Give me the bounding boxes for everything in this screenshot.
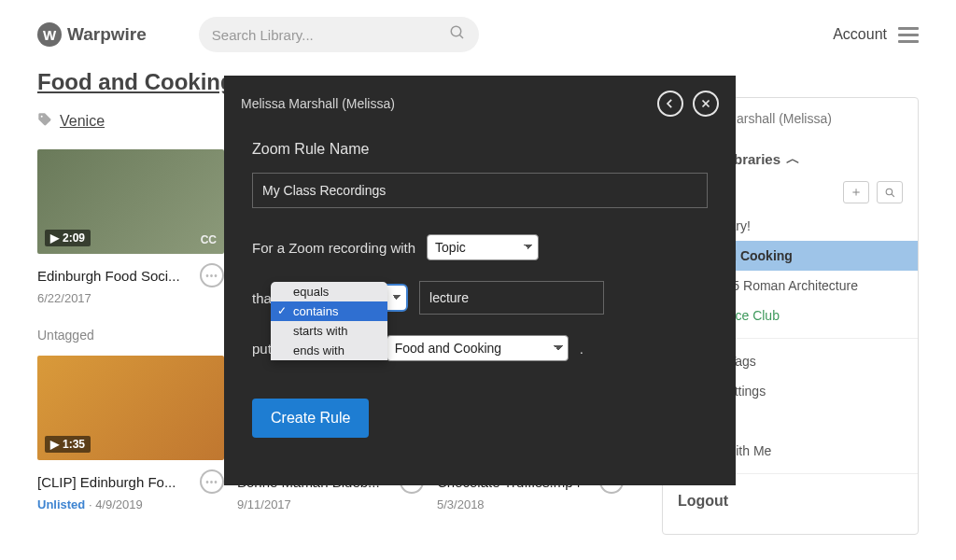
rule-name-label: Zoom Rule Name	[252, 141, 708, 158]
dropdown-option-equals[interactable]: equals	[271, 282, 387, 301]
condition-dropdown-list[interactable]: equals contains starts with ends with	[271, 282, 387, 360]
field-select[interactable]: Topic	[427, 234, 539, 260]
close-button[interactable]	[693, 91, 719, 117]
modal-header: Melissa Marshall (Melissa)	[224, 76, 736, 117]
modal-breadcrumb: Melissa Marshall (Melissa)	[241, 96, 395, 111]
library-select[interactable]: Food and Cooking	[387, 335, 569, 361]
modal-overlay: Melissa Marshall (Melissa) Zoom Rule Nam…	[0, 0, 956, 560]
rule-sentence-row1: For a Zoom recording with Topic	[252, 234, 708, 260]
zoom-rule-modal: Melissa Marshall (Melissa) Zoom Rule Nam…	[224, 76, 736, 485]
back-button[interactable]	[657, 91, 683, 117]
sentence-prefix: For a Zoom recording with	[252, 240, 415, 256]
sentence-period: .	[580, 341, 583, 357]
dropdown-option-contains[interactable]: contains	[271, 301, 387, 321]
dropdown-option-startswith[interactable]: starts with	[271, 321, 387, 341]
dropdown-option-endswith[interactable]: ends with	[271, 341, 387, 360]
create-rule-button[interactable]: Create Rule	[252, 399, 369, 438]
match-value-input[interactable]	[419, 281, 604, 315]
rule-name-input[interactable]	[252, 173, 708, 208]
